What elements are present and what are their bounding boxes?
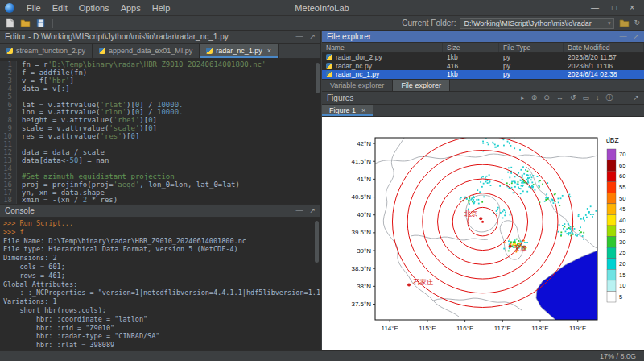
- pan-icon[interactable]: ↔: [556, 94, 564, 102]
- svg-text:60: 60: [619, 172, 625, 180]
- close-tab-icon[interactable]: ×: [267, 47, 271, 55]
- float-icon[interactable]: ↗: [309, 207, 316, 214]
- file-explorer-controls: —↗: [619, 33, 639, 40]
- main-area: Editor - D:\Working\MIScript\Jython\mis\…: [0, 31, 644, 350]
- app-logo-icon: [5, 3, 14, 13]
- svg-text:5: 5: [619, 293, 622, 301]
- file-explorer-title: File explorer: [327, 32, 371, 41]
- console-scrollbar[interactable]: [315, 221, 319, 263]
- menu-options[interactable]: Options: [73, 3, 115, 13]
- svg-text:30: 30: [619, 239, 625, 246]
- svg-text:119°E: 119°E: [569, 325, 586, 332]
- menu-help[interactable]: Help: [147, 3, 176, 13]
- minimize-icon[interactable]: —: [295, 207, 303, 214]
- status-bar: 17% / 8.0G: [0, 350, 644, 361]
- save-icon[interactable]: ↓: [596, 94, 600, 102]
- new-file-icon[interactable]: [4, 18, 15, 28]
- figure-tab-row: Figure 1 ×: [322, 105, 644, 117]
- svg-text:10: 10: [619, 282, 625, 289]
- column-date-modified[interactable]: Date Modified: [564, 43, 644, 52]
- toolbar-separator: [52, 19, 53, 28]
- console-line: Global Attributes:: [3, 280, 320, 289]
- minimize-icon[interactable]: —: [619, 33, 626, 40]
- file-table-header: NameSizeFile TypeDate Modified≡: [322, 43, 644, 53]
- float-icon[interactable]: ↗: [633, 94, 639, 102]
- menu-apps[interactable]: Apps: [115, 3, 147, 13]
- figure-canvas[interactable]: 北京天津石家庄114°E115°E116°E117°E118°E119°E42°…: [322, 117, 644, 350]
- svg-text:37.5°N: 37.5°N: [351, 301, 371, 308]
- editor-tab-stream_function_2.py[interactable]: stream_function_2.py: [0, 44, 93, 58]
- right-dock: File explorer —↗ NameSizeFile TypeDate M…: [322, 31, 644, 350]
- column-file-type[interactable]: File Type: [499, 43, 564, 52]
- console-output[interactable]: >>> Run Script...>>> fFile Name: D:\Temp…: [0, 218, 320, 350]
- code-line: 10res = v.attrvalue('res')[0]: [0, 133, 320, 141]
- file-row-radar_dor_2.py[interactable]: radar_dor_2.py1kbpy2023/8/20 11:57: [322, 53, 644, 62]
- undo-icon[interactable]: ↺: [570, 94, 576, 102]
- extent-icon[interactable]: ▭: [582, 94, 589, 102]
- python-file-icon: [6, 48, 13, 54]
- open-folder-icon[interactable]: [19, 18, 31, 28]
- file-row-radar_nc_1.py[interactable]: radar_nc_1.py1kbpy2024/6/14 02:38: [322, 70, 644, 79]
- editor-tab-append_data_ex01_MI.py[interactable]: append_data_ex01_MI.py: [93, 44, 200, 58]
- editor-tab-label: append_data_ex01_MI.py: [109, 47, 192, 55]
- float-icon[interactable]: ↗: [633, 33, 639, 40]
- info-icon[interactable]: ⓘ: [605, 94, 613, 102]
- refresh-icon[interactable]: ↻: [634, 19, 640, 27]
- memory-indicator[interactable]: 17% / 8.0G: [600, 352, 636, 360]
- maximize-button[interactable]: □: [612, 3, 617, 12]
- python-file-icon: [326, 54, 332, 60]
- minimize-button[interactable]: —: [591, 3, 599, 12]
- current-folder-combobox[interactable]: D:\Working\MIScript\Jython\mis\io\radar …: [460, 18, 614, 29]
- browse-folder-icon[interactable]: [618, 18, 630, 28]
- save-icon[interactable]: [35, 18, 46, 28]
- menu-file[interactable]: File: [21, 3, 47, 13]
- svg-text:dBZ: dBZ: [606, 136, 619, 144]
- python-file-icon: [326, 71, 332, 77]
- tab-figure-1[interactable]: Figure 1 ×: [322, 105, 373, 116]
- zoom-in-icon[interactable]: ⊕: [531, 94, 538, 102]
- column-name[interactable]: Name: [322, 43, 443, 52]
- svg-text:39°N: 39°N: [357, 247, 371, 255]
- menu-edit[interactable]: Edit: [47, 3, 73, 13]
- minimize-icon[interactable]: —: [295, 33, 303, 40]
- console-line: hbr: :rlat = 398089: [3, 341, 320, 350]
- column-size[interactable]: Size: [443, 43, 499, 52]
- figure-tab-label: Figure 1: [329, 106, 356, 114]
- svg-text:39.5°N: 39.5°N: [351, 229, 371, 236]
- svg-text:35: 35: [619, 227, 625, 234]
- menu-bar: FileEditOptionsAppsHelp MeteoInfoLab —□×: [0, 0, 644, 16]
- tab-file-explorer[interactable]: File explorer: [393, 80, 450, 91]
- minimize-icon[interactable]: —: [619, 94, 626, 102]
- float-icon[interactable]: ↗: [309, 33, 316, 40]
- figures-panel-header: Figures ▸⊕⊖↔↺▭↓ⓘ—↗: [322, 92, 644, 105]
- console-panel-header: Console —↗: [0, 205, 320, 218]
- console-line: File Name: D:\Temp\binary\radar\HBR_Z901…: [3, 237, 320, 246]
- editor-panel-title: Editor - D:\Working\MIScript\Jython\mis\…: [5, 32, 229, 41]
- svg-text:北京: 北京: [464, 210, 478, 218]
- console-panel-title: Console: [5, 206, 35, 215]
- close-button[interactable]: ×: [630, 3, 634, 12]
- editor-panel-header: Editor - D:\Working\MIScript\Jython\mis\…: [0, 31, 320, 44]
- file-row-radar_nc.py[interactable]: radar_nc.py416py2023/6/1 11:06: [322, 62, 644, 71]
- pointer-icon[interactable]: ▸: [521, 94, 525, 102]
- console-line: >>> Run Script...: [3, 219, 320, 228]
- svg-text:40°N: 40°N: [357, 211, 371, 218]
- close-icon[interactable]: ×: [361, 106, 365, 114]
- code-line: 18xmin = -(xn / 2 * res): [0, 197, 320, 204]
- figures-toolbar: ▸⊕⊖↔↺▭↓ⓘ—↗: [521, 94, 639, 102]
- editor-scrollbar[interactable]: [316, 63, 320, 93]
- tab-variable-explorer[interactable]: Variable explorer: [322, 80, 393, 91]
- svg-text:70: 70: [619, 151, 625, 158]
- console-panel: Console —↗ >>> Run Script...>>> fFile Na…: [0, 204, 321, 350]
- console-line: File type: Hierarchical Data Format, ver…: [3, 245, 320, 254]
- svg-text:45: 45: [619, 205, 625, 213]
- svg-text:40.5°N: 40.5°N: [351, 193, 371, 201]
- console-line: hbr: :rid = "Z9010": [3, 324, 320, 333]
- menu-items: FileEditOptionsAppsHelp: [21, 3, 175, 13]
- console-line: Variations: 1: [3, 297, 320, 306]
- current-folder-label: Current Folder:: [402, 19, 456, 27]
- editor-tab-radar_nc_1.py[interactable]: radar_nc_1.py×: [200, 44, 279, 58]
- zoom-out-icon[interactable]: ⊖: [543, 94, 550, 102]
- svg-text:114°E: 114°E: [382, 325, 398, 332]
- code-area[interactable]: 1fn = r'D:\Temp\binary\radar\HBR_Z9010_2…: [0, 60, 320, 204]
